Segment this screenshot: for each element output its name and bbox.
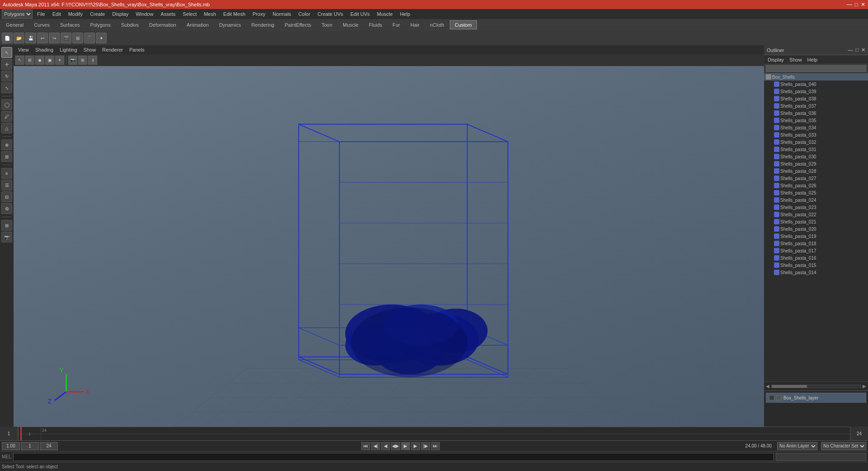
shelf-tab-fur[interactable]: Fur	[387, 20, 405, 29]
paint-tool[interactable]: 🖊	[1, 111, 12, 122]
shelf-tab-muscle[interactable]: Muscle	[338, 20, 363, 29]
outliner-item[interactable]: Shells_pasta_024	[764, 196, 868, 204]
shelf-tab-general[interactable]: General	[1, 20, 28, 29]
menu-item-create[interactable]: Create	[86, 10, 108, 18]
move-tool[interactable]: ✛	[1, 59, 12, 70]
menu-item-mesh[interactable]: Mesh	[200, 10, 220, 18]
menu-item-edit mesh[interactable]: Edit Mesh	[220, 10, 249, 18]
outliner-item[interactable]: Shells_pasta_027	[764, 175, 868, 182]
prev-frame-btn[interactable]: ◀	[381, 442, 390, 450]
outliner-item[interactable]: Shells_pasta_035	[764, 117, 868, 124]
outliner-item[interactable]: Shells_pasta_015	[764, 262, 868, 269]
shelf-tab-fluids[interactable]: Fluids	[364, 20, 387, 29]
range-end-input[interactable]	[40, 442, 58, 450]
range-current-input[interactable]	[21, 442, 39, 450]
timeline-ruler[interactable]: 1 24	[18, 427, 850, 440]
outliner-item[interactable]: Shells_pasta_033	[764, 131, 868, 138]
shelf-tab-rendering[interactable]: Rendering	[246, 20, 279, 29]
menu-item-color[interactable]: Color	[295, 10, 314, 18]
vp-texture-icon[interactable]: ▣	[45, 56, 54, 65]
outliner-item[interactable]: Shells_pasta_039	[764, 88, 868, 95]
snap-curve-icon[interactable]: ⌒	[84, 33, 95, 43]
next-key-btn[interactable]: |▶	[421, 442, 430, 450]
char-set-select[interactable]: No Character Set	[821, 442, 866, 450]
outliner-search-input[interactable]	[766, 65, 866, 72]
outliner-item[interactable]: Shells_pasta_028	[764, 167, 868, 175]
time-end[interactable]: 24	[850, 427, 868, 440]
outliner-list[interactable]: Box_Shells Shells_pasta_040Shells_pasta_…	[764, 73, 868, 381]
workspace-selector[interactable]: Polygons	[2, 10, 33, 19]
outliner-show-menu[interactable]: Show	[788, 57, 804, 63]
vp-cam-icon[interactable]: 📷	[68, 56, 77, 65]
snap-grid-icon[interactable]: ⊞	[72, 33, 83, 43]
outliner-item[interactable]: Shells_pasta_040	[764, 81, 868, 88]
undo-icon[interactable]: ↩	[37, 33, 48, 43]
outliner-minimize[interactable]: —	[848, 47, 853, 53]
outliner-item[interactable]: Shells_pasta_016	[764, 254, 868, 262]
outliner-item[interactable]: Shells_pasta_017	[764, 247, 868, 254]
snap-point-icon[interactable]: ✦	[96, 33, 107, 43]
go-start-btn[interactable]: ⏮	[361, 442, 370, 450]
grid-display[interactable]: ⊞	[1, 220, 12, 231]
outliner-maximize[interactable]: □	[855, 47, 859, 53]
menu-item-edit uvs[interactable]: Edit UVs	[347, 10, 373, 18]
shelf-tab-polygons[interactable]: Polygons	[85, 20, 115, 29]
layer-item[interactable]: Box_Shells_layer	[766, 393, 866, 403]
outliner-item[interactable]: Shells_pasta_037	[764, 102, 868, 109]
menu-item-select[interactable]: Select	[179, 10, 200, 18]
vp-smooth-icon[interactable]: ◉	[35, 56, 44, 65]
play-back-btn[interactable]: ◀▶	[391, 442, 400, 450]
shelf-tab-dynamics[interactable]: Dynamics	[214, 20, 246, 29]
vp-select-icon[interactable]: ↖	[15, 56, 24, 65]
shelf-tab-painteffects[interactable]: PaintEffects	[280, 20, 316, 29]
anim-layer-select[interactable]: No Anim Layer	[777, 442, 817, 450]
menu-item-normals[interactable]: Normals	[269, 10, 295, 18]
snap-tool[interactable]: ⊞	[1, 151, 12, 162]
rotate-tool[interactable]: ↻	[1, 71, 12, 81]
vp-grid-icon[interactable]: ⊞	[78, 56, 87, 65]
minimize-btn[interactable]: —	[847, 1, 852, 8]
outliner-close[interactable]: ✕	[861, 47, 865, 53]
layer-ref[interactable]	[776, 395, 782, 400]
menu-item-modify[interactable]: Modify	[65, 10, 86, 18]
menu-item-edit[interactable]: Edit	[49, 10, 65, 18]
prev-key-btn[interactable]: ◀|	[371, 442, 380, 450]
tick-50[interactable]: 24	[41, 427, 167, 440]
shelf-tab-deformation[interactable]: Deformation	[144, 20, 181, 29]
shelf-tab-subdivs[interactable]: Subdivs	[116, 20, 144, 29]
outliner-item[interactable]: Shells_pasta_014	[764, 269, 868, 276]
open-scene-icon[interactable]: 📂	[14, 33, 24, 43]
shading-menu[interactable]: Shading	[33, 47, 56, 53]
outliner-item[interactable]: Shells_pasta_036	[764, 109, 868, 117]
shelf-tab-toon[interactable]: Toon	[316, 20, 337, 29]
attribute-editor[interactable]: ⊟	[1, 191, 12, 202]
tick-1[interactable]: 1	[18, 427, 41, 440]
show-manip[interactable]: ⊕	[1, 139, 12, 150]
sculpt-tool[interactable]: △	[1, 123, 12, 133]
menu-item-file[interactable]: File	[33, 10, 49, 18]
go-end-btn[interactable]: ⏭	[431, 442, 440, 450]
play-forward-btn[interactable]: ▶	[401, 442, 410, 450]
close-btn[interactable]: ✕	[861, 1, 865, 8]
channel-box[interactable]: ☰	[1, 180, 12, 190]
outliner-item[interactable]: Shells_pasta_019	[764, 233, 868, 240]
outliner-item[interactable]: Shells_pasta_018	[764, 240, 868, 247]
menu-item-muscle[interactable]: Muscle	[373, 10, 396, 18]
shelf-tab-custom[interactable]: Custom	[450, 20, 477, 29]
vp-hud-icon[interactable]: ℹ	[88, 56, 97, 65]
outliner-display-menu[interactable]: Display	[766, 57, 786, 63]
lasso-tool[interactable]: ◯	[1, 99, 12, 110]
outliner-item[interactable]: Shells_pasta_031	[764, 146, 868, 153]
view-menu[interactable]: View	[15, 47, 32, 53]
shelf-tab-hair[interactable]: Hair	[406, 20, 425, 29]
camera-tool[interactable]: 📷	[1, 232, 12, 243]
menu-item-proxy[interactable]: Proxy	[249, 10, 269, 18]
select-tool[interactable]: ↖	[1, 47, 12, 58]
vp-wireframe-icon[interactable]: ⊞	[25, 56, 34, 65]
render-icon[interactable]: 🎬	[61, 33, 71, 43]
save-scene-icon[interactable]: 💾	[25, 33, 36, 43]
outliner-item[interactable]: Shells_pasta_025	[764, 189, 868, 196]
new-scene-icon[interactable]: 📄	[2, 33, 13, 43]
time-start[interactable]: 1	[0, 427, 18, 440]
menu-item-create uvs[interactable]: Create UVs	[314, 10, 347, 18]
